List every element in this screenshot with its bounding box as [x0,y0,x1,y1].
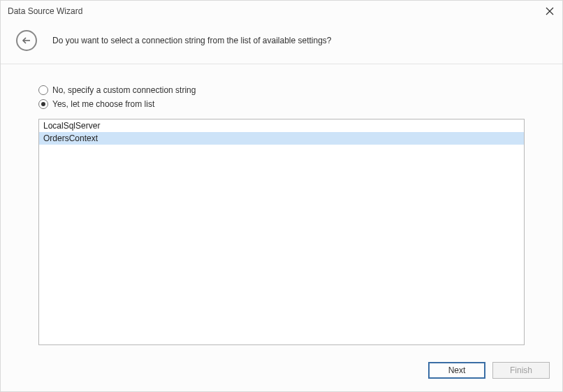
next-button[interactable]: Next [428,362,485,379]
wizard-header: Do you want to select a connection strin… [1,22,562,64]
list-item[interactable]: LocalSqlServer [39,119,524,132]
radio-choose-from-list[interactable]: Yes, let me choose from list [38,99,525,109]
wizard-footer: Next Finish [1,352,562,391]
window-title: Data Source Wizard [8,6,82,16]
wizard-window: Data Source Wizard Do you want to select… [0,0,563,392]
connection-listbox[interactable]: LocalSqlServer OrdersContext [38,119,525,345]
wizard-question: Do you want to select a connection strin… [52,36,332,45]
radio-icon [38,99,48,109]
radio-label: Yes, let me choose from list [52,99,154,109]
radio-icon [38,85,48,95]
list-item[interactable]: OrdersContext [39,132,524,145]
wizard-content: No, specify a custom connection string Y… [1,64,562,352]
back-button[interactable] [16,30,37,51]
titlebar: Data Source Wizard [1,1,562,22]
radio-custom-connection[interactable]: No, specify a custom connection string [38,85,525,95]
radio-label: No, specify a custom connection string [52,85,196,95]
close-icon[interactable] [544,6,555,17]
finish-button: Finish [492,362,550,379]
